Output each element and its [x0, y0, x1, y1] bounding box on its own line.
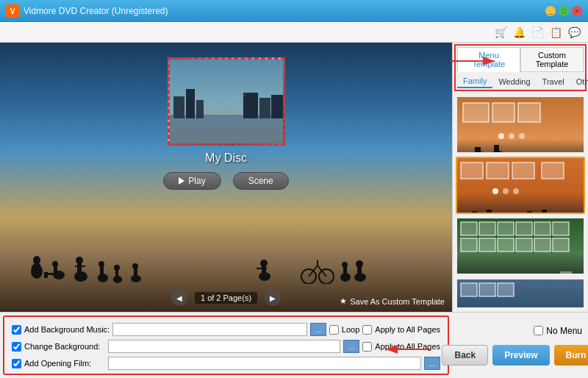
template-item-3[interactable]: [456, 217, 585, 275]
svg-rect-47: [518, 103, 540, 122]
svg-rect-73: [479, 222, 495, 235]
family-tab[interactable]: Family: [457, 75, 492, 88]
bottom-bar: Add Background Music: ... Loop Apply to …: [0, 312, 588, 378]
clipboard-icon[interactable]: 📋: [550, 26, 562, 38]
scene-button[interactable]: Scene: [233, 172, 289, 190]
svg-rect-15: [44, 272, 48, 278]
message-icon[interactable]: 💬: [568, 26, 581, 38]
apply-all-pages-label-2: Apply to All Pages: [375, 342, 440, 351]
bg-music-browse-button[interactable]: ...: [310, 323, 326, 336]
cart-icon[interactable]: 🛒: [495, 26, 507, 38]
template-tabs-container: Menu Template Custom Template Family Wed…: [454, 44, 587, 91]
document-icon[interactable]: 📄: [531, 26, 544, 38]
svg-rect-81: [516, 238, 532, 252]
no-menu-row: No Menu: [534, 326, 582, 336]
sub-tabs: Family Wedding Travel Oth ▶: [457, 75, 584, 88]
svg-rect-32: [257, 268, 267, 269]
wedding-tab[interactable]: Wedding: [492, 76, 536, 88]
menu-template-tab[interactable]: Menu Template: [457, 47, 520, 72]
svg-rect-1: [170, 115, 285, 146]
opening-film-checkbox[interactable]: [12, 359, 21, 368]
svg-point-13: [52, 261, 58, 267]
disc-frame: [168, 57, 285, 146]
opening-film-row: Add Opening Film: ...: [12, 357, 440, 370]
svg-rect-75: [516, 222, 532, 235]
close-button[interactable]: ×: [572, 6, 582, 16]
svg-rect-56: [461, 163, 483, 179]
maximize-button[interactable]: □: [559, 6, 569, 16]
bg-music-row: Add Background Music: ... Loop Apply to …: [12, 323, 440, 336]
svg-rect-79: [479, 238, 495, 252]
change-bg-input[interactable]: [108, 340, 340, 353]
svg-rect-49: [475, 147, 481, 154]
loop-checkbox[interactable]: [329, 325, 339, 335]
svg-rect-74: [498, 222, 514, 235]
action-buttons-row: Back Preview Burn: [442, 345, 588, 365]
svg-rect-57: [487, 163, 509, 179]
svg-point-40: [342, 262, 348, 268]
svg-point-31: [260, 260, 268, 267]
preview-button[interactable]: Preview: [492, 345, 549, 365]
svg-rect-77: [553, 222, 569, 235]
travel-tab[interactable]: Travel: [537, 76, 570, 88]
svg-point-43: [356, 260, 363, 268]
template-item-1[interactable]: [456, 96, 585, 154]
opening-film-browse-button[interactable]: ...: [424, 357, 440, 370]
svg-point-62: [513, 188, 519, 194]
bg-music-checkbox[interactable]: [12, 325, 21, 335]
right-panel: Menu Template Custom Template Family Wed…: [452, 43, 588, 312]
svg-rect-86: [461, 283, 477, 296]
opening-film-input[interactable]: [108, 357, 421, 370]
svg-rect-21: [100, 265, 104, 278]
back-button[interactable]: Back: [442, 345, 488, 365]
no-menu-label: No Menu: [546, 326, 582, 336]
svg-rect-83: [553, 238, 569, 252]
burn-button[interactable]: Burn: [554, 345, 588, 365]
silhouettes: [0, 174, 452, 284]
play-button[interactable]: Play: [163, 172, 220, 190]
svg-point-53: [509, 133, 514, 139]
svg-rect-46: [492, 103, 514, 122]
svg-rect-59: [542, 163, 564, 179]
minimize-button[interactable]: _: [545, 6, 556, 16]
app-icon: V: [6, 4, 19, 18]
options-panel: Add Background Music: ... Loop Apply to …: [3, 315, 449, 375]
svg-rect-2: [173, 96, 184, 118]
svg-rect-5: [243, 93, 258, 118]
loop-label: Loop: [342, 325, 359, 334]
action-buttons-area: No Menu Back Preview Burn: [452, 313, 588, 378]
disc-title[interactable]: My Disc: [205, 151, 247, 165]
change-bg-browse-button[interactable]: ...: [343, 340, 359, 353]
apply-all-pages-checkbox-2[interactable]: [362, 342, 372, 352]
change-bg-checkbox[interactable]: [12, 342, 21, 352]
svg-rect-51: [494, 145, 499, 154]
svg-rect-58: [512, 163, 534, 179]
disc-image: [168, 57, 285, 146]
main-area: My Disc Play Scene: [0, 43, 588, 312]
template-item-4[interactable]: [456, 278, 585, 309]
svg-rect-7: [271, 95, 284, 118]
svg-rect-6: [259, 98, 270, 118]
app-title: Vidmore DVD Creator (Unregistered): [24, 6, 545, 16]
template-item-2[interactable]: [456, 157, 585, 215]
svg-rect-70: [542, 210, 547, 215]
next-page-button[interactable]: ▶: [265, 290, 281, 306]
svg-point-60: [492, 188, 498, 194]
svg-rect-78: [461, 238, 477, 252]
change-bg-row: Change Background: ... Apply to All Page…: [12, 340, 440, 353]
bg-music-extras: Loop Apply to All Pages: [329, 325, 440, 335]
no-menu-checkbox[interactable]: [534, 326, 543, 335]
other-tab[interactable]: Oth: [570, 76, 588, 88]
svg-rect-68: [527, 211, 532, 215]
apply-all-pages-checkbox-1[interactable]: [362, 325, 372, 335]
window-controls: _ □ ×: [545, 6, 582, 16]
page-navigation: ◀ 1 of 2 Page(s) ▶: [0, 290, 452, 306]
notification-icon[interactable]: 🔔: [513, 26, 526, 38]
svg-rect-64: [472, 211, 477, 215]
titlebar: V Vidmore DVD Creator (Unregistered) _ □…: [0, 0, 588, 22]
disc-buttons: Play Scene: [163, 172, 288, 190]
bg-music-input[interactable]: [112, 323, 307, 336]
prev-page-button[interactable]: ◀: [171, 290, 187, 306]
svg-rect-3: [186, 89, 195, 118]
custom-template-tab[interactable]: Custom Template: [520, 47, 584, 72]
